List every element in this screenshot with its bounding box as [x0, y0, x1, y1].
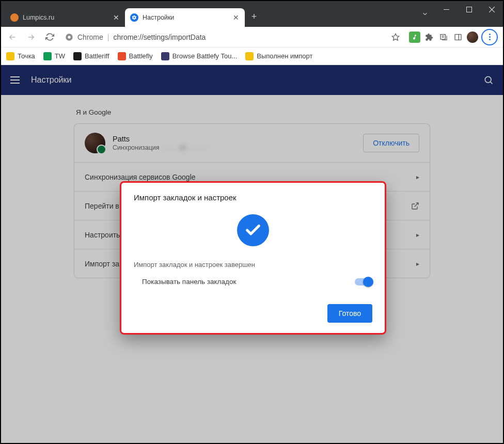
favicon-settings: [130, 13, 138, 22]
svg-marker-6: [392, 34, 399, 40]
svg-rect-8: [455, 34, 461, 40]
svg-rect-1: [466, 7, 471, 12]
bookmark-icon: [245, 52, 254, 60]
url-text: chrome://settings/importData: [113, 33, 206, 41]
address-bar[interactable]: Chrome | chrome://settings/importData: [60, 29, 405, 45]
bookmark-item[interactable]: Browse Battlefy Tou...: [161, 52, 238, 60]
reload-button[interactable]: [41, 29, 58, 45]
bookmarks-bar: Точка TW Battleriff Battlefly Browse Bat…: [1, 47, 503, 65]
bookmark-icon: [73, 52, 82, 60]
back-button[interactable]: [4, 29, 21, 45]
bookmark-item[interactable]: TW: [43, 52, 65, 60]
chrome-menu-button[interactable]: [481, 29, 498, 45]
dialog-message: Импорт закладок и настроек завершен: [134, 261, 372, 268]
close-icon[interactable]: ✕: [232, 14, 240, 21]
dialog-title: Импорт закладок и настроек: [134, 193, 372, 202]
svg-point-5: [68, 36, 70, 38]
toolbar: Chrome | chrome://settings/importData: [1, 27, 503, 47]
toggle-row: Показывать панель закладок: [134, 278, 372, 286]
bookmark-item[interactable]: Выполнен импорт: [245, 52, 312, 60]
tab-title: Lumpics.ru: [23, 14, 54, 21]
reading-list-icon[interactable]: [438, 31, 449, 43]
bookmark-icon: [6, 52, 14, 60]
done-button[interactable]: Готово: [327, 304, 372, 323]
extension-music-icon[interactable]: [409, 31, 420, 43]
tab-lumpics[interactable]: Lumpics.ru ✕: [5, 8, 125, 27]
content-area: Настройки Я и Google Patts Синхронизация…: [1, 65, 503, 443]
close-button[interactable]: [480, 1, 503, 18]
svg-rect-0: [444, 9, 449, 10]
toggle-label: Показывать панель закладок: [142, 278, 236, 286]
minimize-button[interactable]: [435, 1, 458, 18]
svg-rect-7: [440, 34, 445, 39]
import-dialog: Импорт закладок и настроек Импорт заклад…: [120, 181, 386, 335]
window-controls: [435, 1, 503, 27]
side-panel-icon[interactable]: [452, 31, 464, 43]
tab-title: Настройки: [143, 14, 174, 21]
titlebar: Lumpics.ru ✕ Настройки ✕ +: [1, 1, 503, 27]
new-tab-button[interactable]: +: [247, 9, 261, 24]
browser-window: Lumpics.ru ✕ Настройки ✕ +: [0, 0, 504, 444]
bookmark-label: Выполнен импорт: [257, 52, 312, 60]
bookmark-item[interactable]: Точка: [6, 52, 35, 60]
bookmark-star-icon[interactable]: [391, 33, 400, 41]
chrome-icon: [65, 33, 73, 41]
extensions-puzzle-icon[interactable]: [423, 31, 435, 43]
bookmark-icon: [43, 52, 52, 60]
bookmark-label: Browse Battlefy Tou...: [172, 52, 238, 60]
show-bookmarks-toggle[interactable]: [355, 278, 372, 286]
bookmark-label: Battleriff: [85, 52, 109, 60]
tabstrip: Lumpics.ru ✕ Настройки ✕ +: [1, 1, 417, 27]
bookmark-label: TW: [55, 52, 65, 60]
tab-search-icon[interactable]: [417, 6, 433, 22]
bookmark-label: Battlefly: [129, 52, 153, 60]
maximize-button[interactable]: [458, 1, 480, 18]
bookmark-item[interactable]: Battleriff: [73, 52, 109, 60]
profile-avatar-icon[interactable]: [467, 31, 478, 43]
forward-button[interactable]: [23, 29, 39, 45]
extensions-area: [407, 29, 500, 45]
favicon-lumpics: [10, 13, 19, 22]
bookmark-label: Точка: [18, 52, 35, 60]
separator: |: [107, 33, 109, 41]
bookmark-icon: [118, 52, 126, 60]
dialog-actions: Готово: [134, 304, 372, 323]
site-label: Chrome: [77, 33, 103, 41]
tab-settings[interactable]: Настройки ✕: [125, 8, 245, 27]
close-icon[interactable]: ✕: [113, 14, 120, 21]
bookmark-icon: [161, 52, 169, 60]
bookmark-item[interactable]: Battlefly: [118, 52, 153, 60]
check-icon: [237, 214, 269, 246]
